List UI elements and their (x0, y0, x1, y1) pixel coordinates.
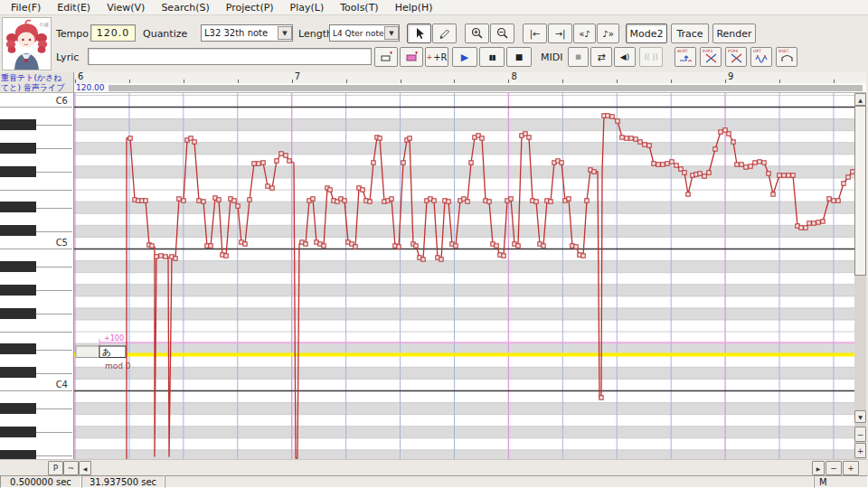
pitch-editor-canvas[interactable]: +100あmod 0 (74, 93, 854, 459)
draw-tool-button[interactable] (432, 23, 457, 43)
vzoom-out-button[interactable]: − (854, 427, 866, 442)
black-key[interactable] (0, 403, 36, 414)
pitch-control-point[interactable] (656, 163, 660, 166)
pitch-control-point[interactable] (266, 184, 269, 188)
pitch-control-point[interactable] (378, 136, 382, 140)
pitch-control-point[interactable] (311, 197, 315, 201)
pitch-control-point[interactable] (610, 115, 614, 118)
pitch-control-point[interactable] (846, 175, 850, 179)
go-last-button[interactable]: →| (548, 23, 572, 43)
trace-button[interactable]: Trace (671, 23, 709, 43)
pitch-control-point[interactable] (629, 136, 633, 140)
pitch-control-point[interactable] (719, 130, 722, 134)
pitch-control-point[interactable] (408, 136, 411, 140)
pitch-control-point[interactable] (827, 197, 831, 201)
pitch-control-point[interactable] (782, 174, 786, 177)
pitch-control-point[interactable] (439, 258, 443, 261)
pitch-control-point[interactable] (361, 188, 364, 192)
pitch-control-point[interactable] (771, 192, 775, 196)
pitch-control-point[interactable] (744, 165, 748, 169)
pitch-control-point[interactable] (354, 245, 357, 249)
pitch-control-point[interactable] (812, 221, 816, 225)
scroll-down-button[interactable]: ▼ (854, 410, 866, 423)
pitch-control-point[interactable] (574, 245, 578, 249)
pitch-control-point[interactable] (606, 114, 609, 117)
pitch-control-point[interactable] (368, 200, 372, 203)
pitch-control-point[interactable] (193, 140, 196, 144)
pitch-control-point[interactable] (767, 172, 770, 175)
chevron-down-icon[interactable]: ▼ (278, 26, 292, 40)
black-key[interactable] (0, 261, 36, 272)
p1p4-pitch-button[interactable]: P1P4 (725, 47, 747, 67)
pitch-control-point[interactable] (753, 161, 757, 164)
black-key[interactable] (0, 143, 36, 154)
pitch-control-point[interactable] (516, 244, 520, 248)
tempo-strip[interactable]: 120.00 (74, 83, 866, 93)
pitch-control-point[interactable] (727, 132, 731, 136)
pitch-control-point[interactable] (836, 199, 840, 202)
menu-item-project[interactable]: Project(P) (218, 1, 282, 14)
pitch-control-point[interactable] (703, 174, 706, 178)
pitch-control-point[interactable] (144, 199, 147, 202)
pitch-mode-button[interactable]: P (48, 461, 63, 475)
pitch-control-point[interactable] (390, 197, 393, 201)
pitch-control-point[interactable] (279, 152, 283, 155)
pitch-control-point[interactable] (202, 200, 205, 203)
pitch-control-point[interactable] (560, 161, 563, 164)
menu-item-edit[interactable]: Edit(E) (49, 1, 99, 14)
pitch-control-point[interactable] (616, 119, 619, 123)
pitch-control-point[interactable] (581, 254, 585, 258)
scroll-left-button[interactable]: ◀ (79, 461, 91, 475)
pitch-control-point[interactable] (842, 182, 845, 185)
piano-keyboard[interactable]: C6C5C4 (0, 93, 74, 459)
pitch-control-point[interactable] (270, 186, 274, 190)
pitch-control-point[interactable] (257, 162, 260, 165)
pitch-control-point[interactable] (495, 244, 498, 248)
pitch-control-point[interactable] (698, 172, 702, 175)
pitch-control-point[interactable] (252, 162, 256, 165)
black-key[interactable] (0, 343, 36, 354)
pitch-control-point[interactable] (599, 396, 603, 399)
pitch-control-point[interactable] (509, 197, 513, 201)
pitch-control-point[interactable] (480, 136, 484, 140)
pitch-control-point[interactable] (670, 160, 674, 164)
speaker-button[interactable]: ◀) (614, 47, 636, 67)
pitch-control-point[interactable] (534, 200, 538, 203)
pitch-control-point[interactable] (128, 136, 132, 140)
pitch-control-point[interactable] (261, 161, 265, 164)
headphones-button[interactable]: (( )) (639, 47, 663, 67)
menu-item-search[interactable]: Search(S) (153, 1, 217, 14)
scroll-right-button[interactable]: ▶ (812, 461, 825, 475)
play-button[interactable]: ▶ (452, 47, 477, 67)
pitch-control-point[interactable] (397, 245, 401, 249)
pitch-control-point[interactable] (236, 204, 240, 208)
menu-item-help[interactable]: Help(H) (387, 1, 441, 14)
pitch-control-point[interactable] (197, 199, 201, 202)
pitch-control-point[interactable] (740, 163, 743, 166)
pitch-control-point[interactable] (683, 171, 686, 174)
piano-roll[interactable]: +100あmod 0 (74, 93, 854, 459)
prev-part-button[interactable]: «♪ (573, 23, 596, 43)
pitch-control-point[interactable] (447, 200, 450, 203)
pitch-control-point[interactable] (592, 170, 596, 174)
menu-item-file[interactable]: File(F) (3, 1, 49, 14)
pitch-control-point[interactable] (832, 199, 835, 202)
mode2-button[interactable]: Mode2 (626, 23, 667, 43)
pitch-control-point[interactable] (182, 199, 185, 202)
pitch-control-point[interactable] (787, 174, 790, 177)
pitch-control-point[interactable] (414, 244, 418, 248)
p2p3-pitch-button[interactable]: P2P3 (700, 47, 722, 67)
pitch-control-point[interactable] (634, 137, 637, 141)
pitch-control-point[interactable] (549, 200, 552, 203)
pitch-control-point[interactable] (275, 159, 278, 163)
pitch-control-point[interactable] (372, 161, 375, 164)
pitch-control-point[interactable] (284, 154, 288, 157)
black-key[interactable] (0, 166, 36, 177)
pitch-control-point[interactable] (164, 255, 167, 258)
pitch-control-point[interactable] (487, 200, 491, 203)
pitch-control-point[interactable] (542, 244, 545, 248)
pitch-control-point[interactable] (713, 147, 717, 151)
pitch-control-point[interactable] (343, 199, 346, 202)
scroll-up-button[interactable]: ▲ (854, 93, 866, 106)
go-first-button[interactable]: |← (523, 23, 547, 43)
